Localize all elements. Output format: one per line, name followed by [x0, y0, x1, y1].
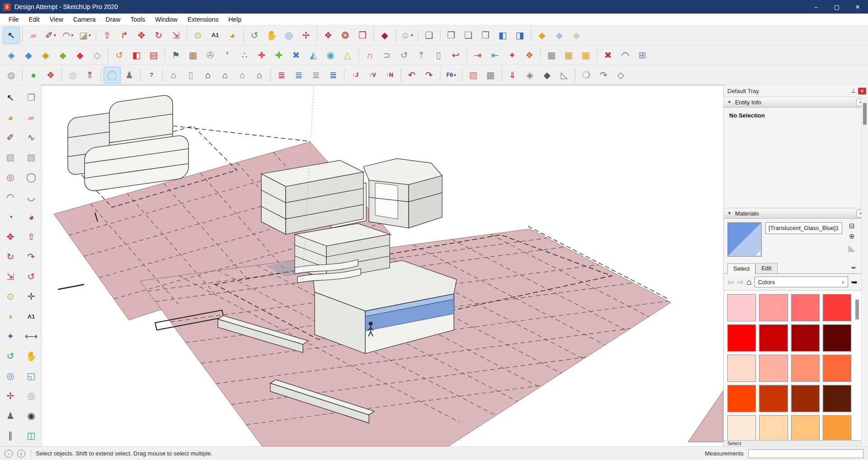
layers-blue-tool[interactable]: ≣	[325, 66, 342, 84]
style-monochrome-button[interactable]: ◆	[568, 27, 585, 44]
details-menu-icon[interactable]: ➥	[851, 278, 858, 286]
pin-icon[interactable]: ⟂	[849, 87, 858, 94]
hook-tool[interactable]: ❜	[219, 47, 236, 64]
axis-j-tool[interactable]: ↑J	[347, 66, 364, 84]
arc-tool[interactable]: ◠▾	[59, 27, 76, 44]
entity-info-header[interactable]: ▼ Entity Info ×	[724, 97, 868, 108]
freehand-tool[interactable]: ∿	[21, 127, 42, 147]
tray-scrollbar-thumb[interactable]	[863, 103, 867, 125]
patch-tool[interactable]: ◆	[37, 47, 54, 64]
material-name-field[interactable]: [Translucent_Glass_Blue]1	[765, 222, 842, 234]
color-swatch[interactable]	[791, 385, 820, 412]
tray-close-button[interactable]: ✕	[858, 88, 866, 94]
create-material-icon[interactable]: ⊕	[849, 233, 855, 239]
grid-gold-tool[interactable]: ▦	[560, 47, 577, 64]
menu-help[interactable]: Help	[223, 14, 246, 24]
protractor-tool[interactable]: ◖	[0, 306, 21, 326]
scale-tool[interactable]: ⇲	[0, 267, 21, 286]
zoom-tool[interactable]: ◎	[0, 366, 21, 386]
outer-shell-tool[interactable]: ❏	[420, 27, 438, 44]
soften-sphere-tool[interactable]: ◯	[104, 66, 121, 84]
smoove-tool[interactable]: ◆	[538, 66, 556, 84]
split-tool[interactable]: ◨	[511, 27, 528, 44]
line-tool[interactable]: ✐	[0, 127, 21, 147]
3d-text-tool[interactable]: ✦	[0, 326, 21, 346]
color-swatch[interactable]	[759, 415, 788, 440]
orbit-sphere-tool[interactable]: ◍	[3, 66, 20, 84]
drop-tool[interactable]: ◉	[322, 47, 339, 64]
path-points-tool[interactable]: ∴	[236, 47, 253, 64]
flag-tool[interactable]: ⚑	[167, 47, 184, 64]
bend-right-tool[interactable]: ↷	[420, 66, 438, 84]
help-tool[interactable]: ?	[143, 66, 160, 84]
house-3d-tool[interactable]: ⌂	[165, 66, 182, 84]
color-swatch[interactable]	[823, 294, 851, 321]
extrude-up-tool[interactable]: ⇑	[81, 66, 99, 84]
red-square-tool[interactable]: ◧	[128, 47, 145, 64]
green-poly-tool[interactable]: ◇	[612, 66, 629, 84]
trim-tool[interactable]: ◧	[494, 27, 511, 44]
polygon-tool[interactable]: ◯	[21, 167, 42, 187]
style-shaded-button[interactable]: ◆	[533, 27, 551, 44]
layers-hatch-tool[interactable]: ≣	[290, 66, 307, 84]
offset-tool[interactable]: ↺	[21, 267, 42, 286]
shape-tool[interactable]: ◪▾	[76, 27, 94, 44]
paint-bucket-tool[interactable]: ◕	[224, 27, 241, 44]
house-outline-tool[interactable]: ⌂	[234, 66, 251, 84]
drape-tool[interactable]: ⇓	[504, 66, 521, 84]
zoom-tool[interactable]: ◎	[280, 27, 297, 44]
from-scratch-tool[interactable]: ▦	[482, 66, 499, 84]
text-tool[interactable]: A1	[207, 27, 224, 44]
menu-file[interactable]: File	[4, 14, 24, 24]
display-secondary-pane-icon[interactable]: ⊟	[849, 222, 855, 229]
menu-camera[interactable]: Camera	[68, 14, 101, 24]
panel-tool[interactable]: ▤	[145, 47, 162, 64]
section-plane-tool[interactable]: ◫	[21, 426, 42, 446]
tab-select[interactable]: Select	[727, 263, 755, 274]
color-swatch[interactable]	[727, 355, 756, 382]
material-preview[interactable]	[727, 222, 762, 257]
axes-tool[interactable]: ✛	[21, 286, 42, 306]
zoom-extents-tool[interactable]: ✢	[297, 27, 315, 44]
arc-red-tool[interactable]: ∩	[361, 47, 378, 64]
scissor-x-tool[interactable]: ✖	[599, 47, 617, 64]
line-tool[interactable]: ✐▾	[42, 27, 59, 44]
push-pull-tool[interactable]: ⇧	[21, 227, 42, 247]
tab-edit[interactable]: Edit	[755, 263, 777, 273]
walk-tool[interactable]: ∥	[0, 426, 21, 446]
maximize-button[interactable]: ▢	[826, 0, 847, 14]
sphere-add-tool[interactable]: ●	[25, 66, 42, 84]
add-detail-tool[interactable]: ❍	[578, 66, 595, 84]
curl-tool[interactable]: ↺	[111, 47, 128, 64]
eyedropper-icon[interactable]: ✒	[851, 264, 857, 273]
metal-tool[interactable]: ✇	[202, 47, 219, 64]
viewport-3d[interactable]	[42, 85, 723, 446]
arc-handles-tool[interactable]: ◠	[617, 47, 634, 64]
account-button[interactable]: ☺▾	[398, 27, 415, 44]
menu-window[interactable]: Window	[150, 14, 183, 24]
materials-header[interactable]: ▼ Materials ×	[724, 208, 868, 219]
measurements-input[interactable]	[748, 449, 863, 458]
circle-tool[interactable]: ◎	[0, 167, 21, 187]
move-tool[interactable]: ✥	[133, 27, 150, 44]
mesh-red-tool[interactable]: ◆	[71, 47, 89, 64]
grid-pair-tool[interactable]: ⊞	[634, 47, 651, 64]
export-page-tool[interactable]: ⇥	[469, 47, 486, 64]
warehouse-button[interactable]: ❂	[337, 27, 354, 44]
back-icon[interactable]: ⇦	[727, 278, 734, 286]
house-solid-tool[interactable]: ⌂	[199, 66, 217, 84]
select-tool[interactable]: ↖	[0, 88, 21, 108]
flip-edge-tool[interactable]: ◺	[556, 66, 573, 84]
pan-tool[interactable]: ✋	[21, 346, 42, 366]
house-chimney-tool[interactable]: ⌂	[217, 66, 234, 84]
color-swatch[interactable]	[791, 355, 820, 382]
select-tool[interactable]: ↖	[3, 27, 20, 44]
tape-measure-tool[interactable]: ⊙	[0, 286, 21, 306]
three-point-arc-tool[interactable]: ◔	[0, 207, 21, 227]
bend-left-tool[interactable]: ↶	[403, 66, 420, 84]
two-point-arc-tool[interactable]: ◡	[21, 187, 42, 207]
from-contours-tool[interactable]: ▨	[465, 66, 482, 84]
figure-tool[interactable]: ♟	[121, 66, 138, 84]
fredo6-menu[interactable]: F6▾	[443, 66, 460, 84]
color-swatch[interactable]	[791, 294, 820, 321]
